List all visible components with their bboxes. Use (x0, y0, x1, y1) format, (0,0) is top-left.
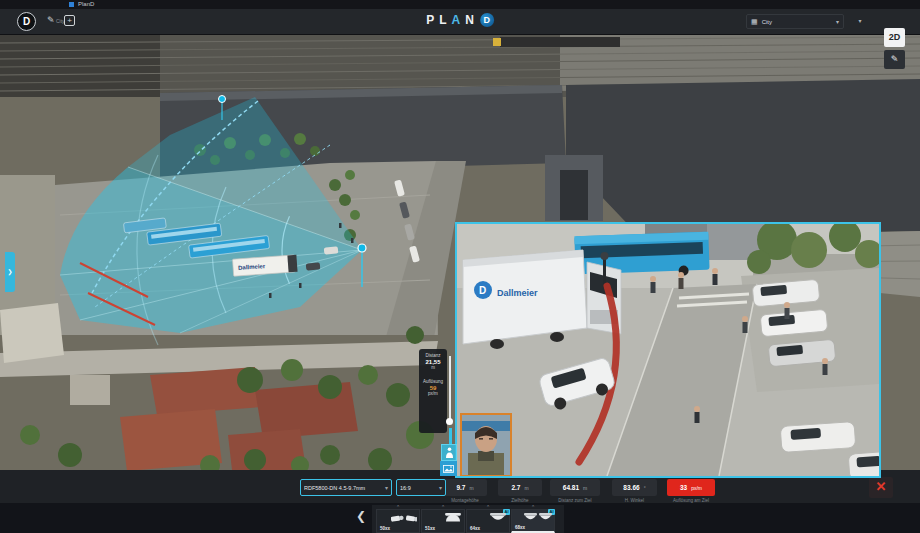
person-detection-thumbnail[interactable] (460, 413, 512, 477)
target-distance-input[interactable]: 64.81 m (550, 479, 600, 496)
top-toolbar: D ✎ City + PLAN D ▦ City ▾ ▾ (0, 9, 920, 35)
view-2d-button[interactable]: 2D (884, 28, 905, 47)
logo-d-icon: D (480, 13, 494, 27)
dome-camera-icon (489, 513, 507, 524)
chevron-up-icon[interactable]: ⌃ (396, 504, 400, 510)
camera-family-51xx[interactable]: ⌃ 51xx (421, 509, 465, 533)
box-camera-pair-icon (391, 513, 417, 524)
logo-text-n: N (465, 13, 479, 27)
window-title: PlanD (78, 1, 94, 7)
chevron-left-icon[interactable]: ❮ (356, 509, 366, 523)
import-icon[interactable]: + (64, 15, 75, 26)
dome-camera-icon (444, 513, 462, 524)
svg-text:Dallmeier: Dallmeier (497, 288, 538, 298)
logo-text-a: A (452, 13, 466, 27)
pland-logo: PLAN D (426, 13, 494, 27)
edit-button[interactable]: ✎ (884, 50, 905, 69)
window-titlebar: PlanD (0, 0, 920, 9)
person-target-chip[interactable] (441, 444, 457, 461)
pip-scene: D Dallmeier (457, 224, 879, 476)
horizontal-angle-input[interactable]: 83.66 ° (612, 479, 657, 496)
mounting-height-input[interactable]: 9.7 m (443, 479, 487, 496)
measurement-tooltip: Distanz 21,55 m Auflösung 59 px/m (419, 349, 447, 433)
resolution-unit: px/m (420, 391, 446, 396)
snapshot-chip[interactable] (440, 461, 457, 476)
chevron-down-icon: ▾ (385, 484, 388, 491)
map-select-value: City (762, 19, 836, 25)
target-height-input[interactable]: 2.7 m (498, 479, 542, 496)
secondary-dropdown[interactable]: ▾ (851, 14, 869, 29)
camera-family-68xx[interactable]: ⌃ AI 68xx (511, 509, 555, 533)
camera-family-64xx[interactable]: ⌃ AI 64xx (466, 509, 510, 533)
resolution-label: Auflösung (420, 379, 446, 384)
camera-model-value: RDF5800-DN 4.5-9.7mm (304, 485, 383, 491)
person-icon (445, 447, 454, 459)
logo-text-pl: PL (426, 13, 451, 27)
detected-person-portrait (462, 415, 510, 475)
app-icon (69, 2, 74, 7)
camera-family-50xx[interactable]: ⌃ 50xx (376, 509, 420, 533)
pland-app-window: PlanD D ✎ City + PLAN D ▦ City ▾ ▾ (0, 0, 920, 533)
aspect-ratio-value: 16:9 (400, 485, 437, 491)
close-button[interactable]: ✕ (869, 477, 893, 498)
chevron-down-icon: ▾ (439, 484, 442, 491)
mounting-height-field: 9.7 m Montagehöhe (443, 479, 487, 503)
pencil-icon[interactable]: ✎ (47, 15, 55, 25)
pencil-icon: ✎ (891, 54, 899, 64)
sidebar-expand-handle[interactable]: ❯ (5, 252, 15, 292)
svg-text:D: D (479, 285, 486, 296)
target-resolution-field: 33 px/m Auflösung am Ziel (667, 479, 715, 503)
distance-label: Distanz (420, 353, 446, 358)
image-icon (443, 465, 454, 473)
dome-camera-pair-icon (524, 513, 552, 524)
height-slider-handle[interactable] (446, 418, 453, 425)
height-slider-track[interactable] (449, 356, 451, 420)
camera-family-row: ❮ ⌃ 50xx ⌃ 51xx ⌃ AI 64xx (0, 503, 920, 533)
map-select-dropdown[interactable]: ▦ City ▾ (746, 14, 844, 29)
dallmeier-logo-button[interactable]: D (17, 12, 36, 31)
close-icon: ✕ (876, 479, 887, 494)
chevron-down-icon: ▾ (836, 18, 839, 25)
horizontal-angle-field: 83.66 ° H. Winkel (612, 479, 657, 503)
camera-model-select[interactable]: RDF5800-DN 4.5-9.7mm ▾ (300, 479, 392, 496)
target-distance-field: 64.81 m Distanz zum Ziel (550, 479, 600, 503)
chevron-up-icon[interactable]: ⌃ (441, 504, 445, 510)
target-resolution-value: 33 px/m (667, 479, 715, 496)
chevron-up-icon[interactable]: ⌃ (486, 504, 490, 510)
aspect-ratio-select[interactable]: 16:9 ▾ (396, 479, 446, 496)
slider-accent-segment (449, 428, 452, 444)
camera-preview-window[interactable]: D Dallmeier (455, 222, 881, 478)
target-height-field: 2.7 m Zielhöhe (498, 479, 542, 503)
train (500, 37, 620, 47)
chevron-up-icon[interactable]: ⌃ (531, 504, 535, 510)
layers-icon: ▦ (751, 18, 758, 26)
